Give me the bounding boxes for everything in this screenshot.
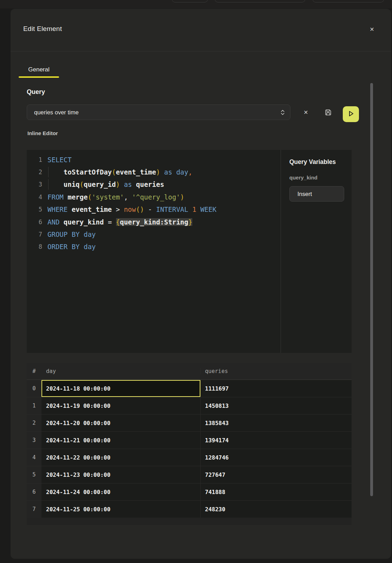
day-cell-selected[interactable]: 2024-11-18 00:00:00 bbox=[41, 380, 200, 397]
code-token: query_kind bbox=[64, 218, 104, 226]
code-token: , bbox=[188, 168, 192, 176]
queries-cell[interactable]: 727647 bbox=[200, 466, 352, 483]
queries-cell[interactable]: 741888 bbox=[200, 483, 352, 500]
code-token: ORDER BY day bbox=[47, 243, 96, 251]
code-line[interactable]: 6AND query_kind = {query_kind:String} bbox=[27, 216, 281, 228]
code-token bbox=[104, 218, 108, 226]
modal-title: Edit Element bbox=[23, 25, 62, 33]
query-variables-panel: Query Variables query_kind Insert bbox=[281, 150, 352, 353]
line-number: 1 bbox=[27, 156, 42, 163]
code-token: event_time bbox=[116, 168, 156, 176]
code-token: WHERE bbox=[47, 205, 68, 213]
code-token bbox=[64, 193, 68, 201]
code-token: WEEK bbox=[200, 205, 217, 213]
code-text: SELECT bbox=[47, 156, 72, 164]
row-index-cell[interactable]: 0 bbox=[27, 380, 41, 397]
tab-general[interactable]: General bbox=[19, 62, 59, 78]
query-select[interactable]: queries over time bbox=[27, 105, 290, 120]
row-index-cell[interactable]: 2 bbox=[27, 414, 41, 431]
code-line[interactable]: 8ORDER BY day bbox=[27, 241, 281, 253]
code-line[interactable]: 3 uniq(query_id) as queries bbox=[27, 178, 281, 191]
code-token: > bbox=[116, 205, 120, 213]
table-row: 32024-11-21 00:00:001394174 bbox=[27, 431, 352, 449]
row-index-cell[interactable]: 3 bbox=[27, 431, 41, 449]
code-token: query_kind:String bbox=[120, 218, 188, 226]
code-token: } bbox=[188, 218, 192, 226]
code-token bbox=[196, 205, 200, 213]
code-token bbox=[47, 168, 64, 176]
code-line[interactable]: 2 toStartOfDay(event_time) as day, bbox=[27, 166, 281, 178]
code-token bbox=[112, 205, 116, 213]
results-table: # day queries 02024-11-18 00:00:00111169… bbox=[27, 363, 352, 525]
row-index-cell[interactable]: 5 bbox=[27, 466, 41, 483]
code-token: SELECT bbox=[47, 156, 72, 164]
topbar-button-1[interactable] bbox=[172, 0, 208, 2]
close-icon[interactable]: ✕ bbox=[366, 24, 378, 35]
queries-cell[interactable]: 1284746 bbox=[200, 449, 352, 466]
sql-editor: 1SELECT2 toStartOfDay(event_time) as day… bbox=[27, 150, 352, 353]
save-icon[interactable] bbox=[322, 106, 334, 119]
queries-cell[interactable]: 1394174 bbox=[200, 431, 352, 449]
code-token: - bbox=[148, 205, 152, 213]
code-token bbox=[152, 205, 156, 213]
code-token: now bbox=[124, 205, 136, 213]
row-index-cell[interactable]: 7 bbox=[27, 500, 41, 518]
day-cell[interactable]: 2024-11-20 00:00:00 bbox=[41, 414, 200, 431]
day-cell[interactable]: 2024-11-24 00:00:00 bbox=[41, 483, 200, 500]
code-line[interactable]: 4FROM merge('system', '^query_log') bbox=[27, 191, 281, 203]
line-number: 5 bbox=[27, 206, 42, 213]
code-text: uniq(query_id) as queries bbox=[47, 181, 164, 188]
chevron-up-down-icon bbox=[280, 109, 285, 116]
code-token: queries bbox=[136, 181, 164, 188]
row-index-cell[interactable]: 1 bbox=[27, 397, 41, 414]
code-line[interactable]: 5WHERE event_time > now() - INTERVAL 1 W… bbox=[27, 203, 281, 216]
query-section-heading: Query bbox=[27, 88, 45, 96]
edit-element-modal: Edit Element ✕ General Query queries ove… bbox=[11, 9, 391, 559]
line-number: 4 bbox=[27, 194, 42, 201]
code-token bbox=[160, 168, 164, 176]
queries-cell[interactable]: 1450813 bbox=[200, 397, 352, 414]
tab-active-underline bbox=[19, 76, 59, 78]
queries-cell[interactable]: 1111697 bbox=[200, 380, 352, 397]
code-text: ORDER BY day bbox=[47, 243, 96, 251]
code-line[interactable]: 1SELECT bbox=[27, 153, 281, 166]
topbar-button-2[interactable] bbox=[215, 0, 305, 2]
screen: Edit Element ✕ General Query queries ove… bbox=[0, 0, 392, 563]
day-cell[interactable]: 2024-11-22 00:00:00 bbox=[41, 449, 200, 466]
table-row: 02024-11-18 00:00:001111697 bbox=[27, 380, 352, 397]
line-number: 8 bbox=[27, 243, 42, 250]
line-number: 7 bbox=[27, 231, 42, 238]
clear-query-icon[interactable]: ✕ bbox=[300, 106, 312, 119]
code-line[interactable]: 7GROUP BY day bbox=[27, 228, 281, 240]
table-row: 42024-11-22 00:00:001284746 bbox=[27, 449, 352, 466]
table-row: 62024-11-24 00:00:00741888 bbox=[27, 483, 352, 500]
row-index-cell[interactable]: 6 bbox=[27, 483, 41, 500]
row-index-cell[interactable]: 4 bbox=[27, 449, 41, 466]
code-token bbox=[144, 205, 148, 213]
code-token: ( bbox=[88, 193, 91, 201]
code-text: FROM merge('system', '^query_log') bbox=[47, 193, 184, 201]
scrollbar[interactable] bbox=[370, 83, 373, 496]
day-cell[interactable]: 2024-11-25 00:00:00 bbox=[41, 500, 200, 518]
queries-cell[interactable]: 1385843 bbox=[200, 414, 352, 431]
topbar-button-3[interactable] bbox=[313, 0, 384, 2]
code-token: 1 bbox=[192, 205, 196, 213]
run-query-button[interactable] bbox=[343, 106, 359, 122]
insert-variable-button[interactable]: Insert bbox=[289, 186, 344, 202]
code-token: ) bbox=[116, 181, 120, 188]
code-token bbox=[172, 168, 176, 176]
queries-cell[interactable]: 248230 bbox=[200, 500, 352, 518]
code-token: event_time bbox=[72, 205, 112, 213]
column-header-index: # bbox=[27, 368, 41, 374]
day-cell[interactable]: 2024-11-21 00:00:00 bbox=[41, 431, 200, 449]
code-editor-area[interactable]: 1SELECT2 toStartOfDay(event_time) as day… bbox=[27, 150, 281, 353]
day-cell[interactable]: 2024-11-19 00:00:00 bbox=[41, 397, 200, 414]
code-token: INTERVAL bbox=[156, 205, 188, 213]
indent-guide bbox=[48, 167, 49, 177]
line-number: 3 bbox=[27, 181, 42, 188]
code-token: 'system' bbox=[92, 193, 124, 201]
code-token: uniq bbox=[64, 181, 80, 188]
code-token: ( bbox=[80, 181, 84, 188]
day-cell[interactable]: 2024-11-23 00:00:00 bbox=[41, 466, 200, 483]
code-text: AND query_kind = {query_kind:String} bbox=[47, 218, 192, 226]
